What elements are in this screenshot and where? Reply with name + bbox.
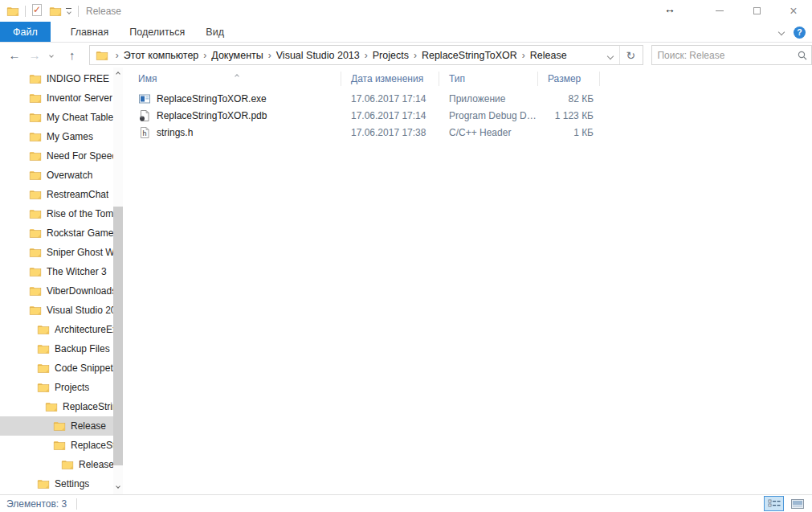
file-type: C/C++ Header — [439, 127, 538, 138]
qat-customize-button[interactable] — [66, 8, 71, 14]
folder-icon — [29, 246, 42, 259]
explorer-window: ✓ Release ↔ × Файл Главная Поделиться Ви… — [0, 0, 812, 512]
file-date: 17.06.2017 17:14 — [341, 110, 439, 121]
tree-item[interactable]: Overwatch — [0, 166, 113, 185]
column-header-size[interactable]: Размер — [538, 72, 600, 86]
breadcrumb-item[interactable]: Этот компьютер — [124, 50, 198, 61]
breadcrumb-item[interactable]: ReplaceStringToXOR — [422, 50, 517, 61]
tree-item[interactable]: ReplaceString — [0, 397, 113, 416]
refresh-button[interactable]: ↻ — [620, 49, 641, 62]
address-dropdown-button[interactable] — [602, 50, 619, 61]
file-rows: ReplaceStringToXOR.exe 17.06.2017 17:14 … — [129, 90, 812, 141]
folder-icon — [45, 400, 58, 413]
tree-item[interactable]: Rockstar Games — [0, 223, 113, 243]
scroll-down-button[interactable] — [113, 481, 123, 491]
tree-item-label: Code Snippets — [55, 362, 113, 374]
view-thumbnails-button[interactable] — [787, 496, 807, 511]
tree-item[interactable]: INDIGO FREE — [0, 69, 113, 88]
tab-home[interactable]: Главная — [60, 22, 120, 42]
close-button[interactable]: × — [775, 0, 812, 22]
items-count: Элементов: 3 — [6, 498, 67, 510]
tree-item[interactable]: Release — [0, 455, 113, 474]
tab-file[interactable]: Файл — [0, 22, 51, 42]
folder-icon — [37, 477, 50, 490]
recent-locations-button[interactable] — [44, 54, 59, 57]
column-header-type[interactable]: Тип — [439, 72, 538, 86]
folder-icon — [29, 130, 42, 143]
chevron-down-icon — [67, 10, 71, 14]
search-icon[interactable] — [794, 50, 811, 61]
ribbon-tabs: Файл Главная Поделиться Вид ? — [0, 22, 812, 43]
tree-item[interactable]: Inventor Server — [0, 88, 113, 108]
tree-item[interactable]: Need For Speed — [0, 146, 113, 166]
view-details-button[interactable] — [764, 496, 784, 511]
qat-new-folder-button[interactable] — [48, 4, 62, 18]
breadcrumb-item[interactable]: Visual Studio 2013 — [276, 50, 360, 61]
folder-tree: INDIGO FREE Inventor Server My Cheat Tab… — [0, 68, 113, 494]
main-area: INDIGO FREE Inventor Server My Cheat Tab… — [0, 68, 812, 494]
window-controls: × — [701, 0, 812, 22]
tree-item-label: ViberDownloads — [47, 285, 113, 297]
folder-icon — [29, 207, 42, 220]
file-type: Приложение — [439, 93, 538, 104]
breadcrumb-item[interactable]: Документы — [211, 50, 263, 61]
tree-item[interactable]: Settings — [0, 474, 113, 494]
tree-item[interactable]: RestreamChat — [0, 185, 113, 204]
address-bar[interactable]: › Этот компьютер › Документы › Visual St… — [89, 45, 644, 65]
file-row[interactable]: strings.h 17.06.2017 17:38 C/C++ Header … — [129, 124, 812, 141]
tree-item-label: Sniper Ghost W — [47, 247, 113, 258]
folder-icon — [29, 92, 42, 104]
status-bar: Элементов: 3 — [0, 494, 812, 512]
folder-icon — [29, 285, 42, 297]
tree-item[interactable]: My Games — [0, 127, 113, 146]
tree-item[interactable]: Rise of the Tomb — [0, 204, 113, 223]
tree-item-label: The Witcher 3 — [47, 266, 107, 277]
file-row[interactable]: ReplaceStringToXOR.pdb 17.06.2017 17:14 … — [129, 107, 812, 124]
tree-item[interactable]: The Witcher 3 — [0, 262, 113, 281]
tree-item[interactable]: ViberDownloads — [0, 281, 113, 301]
explorer-app-icon — [6, 4, 19, 18]
up-button[interactable]: ↑ — [62, 48, 83, 62]
tree-item[interactable]: Visual Studio 2013 — [0, 301, 113, 320]
tab-share[interactable]: Поделиться — [119, 22, 195, 42]
forward-button[interactable]: → — [25, 48, 44, 62]
folder-icon — [37, 323, 50, 336]
location-folder-icon — [96, 49, 108, 62]
file-row[interactable]: ReplaceStringToXOR.exe 17.06.2017 17:14 … — [129, 90, 812, 107]
file-size: 1 123 КБ — [538, 110, 600, 121]
tree-item[interactable]: Release — [0, 416, 113, 436]
help-button[interactable]: ? — [794, 27, 806, 39]
tree-item-label: Need For Speed — [47, 150, 113, 162]
breadcrumb-item[interactable]: Projects — [373, 50, 409, 61]
tree-item-label: Rockstar Games — [47, 227, 113, 239]
tree-item[interactable]: Code Snippets — [0, 358, 113, 378]
window-title: Release — [86, 6, 121, 17]
maximize-button[interactable] — [738, 0, 775, 22]
qat-properties-button[interactable]: ✓ — [31, 4, 45, 18]
tab-view[interactable]: Вид — [195, 22, 235, 42]
tree-item[interactable]: ArchitectureExp — [0, 320, 113, 339]
tree-item[interactable]: Sniper Ghost W — [0, 243, 113, 262]
scroll-up-button[interactable] — [113, 69, 123, 79]
tree-item-label: Projects — [55, 382, 89, 393]
column-header-date[interactable]: Дата изменения — [341, 72, 439, 86]
tree-item[interactable]: Backup Files — [0, 339, 113, 358]
breadcrumb-item[interactable]: Release — [530, 50, 567, 61]
back-button[interactable]: ← — [4, 48, 25, 62]
file-icon — [138, 109, 151, 122]
ribbon-expand-button[interactable] — [778, 29, 785, 35]
tree-item[interactable]: Projects — [0, 378, 113, 397]
scroll-thumb[interactable] — [113, 207, 123, 465]
search-input[interactable] — [652, 50, 794, 61]
tree-item[interactable]: ReplaceStr — [0, 436, 113, 455]
tree-item-label: My Games — [47, 131, 93, 142]
minimize-button[interactable] — [701, 0, 738, 22]
tree-scrollbar[interactable] — [113, 68, 123, 494]
folder-icon — [61, 458, 74, 471]
file-size: 82 КБ — [538, 93, 600, 104]
folder-icon — [29, 72, 42, 85]
tree-item-label: Release — [71, 420, 106, 432]
tree-item[interactable]: My Cheat Table — [0, 108, 113, 127]
file-icon — [138, 126, 151, 139]
breadcrumb-separator-icon: › — [360, 50, 373, 61]
